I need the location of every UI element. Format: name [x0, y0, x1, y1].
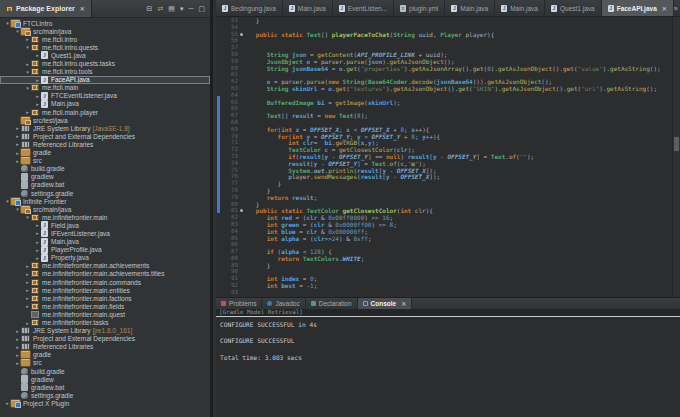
- tree-item-field-java[interactable]: ▸JField.java: [0, 221, 210, 229]
- tree-expander-closed-icon[interactable]: ▸: [14, 352, 21, 358]
- code-line[interactable]: 87 if (alpha < 128) {: [216, 248, 672, 255]
- code-line[interactable]: 73 if(result[y - OFFSET_Y] == null) resu…: [216, 153, 672, 160]
- tree-item-gradlew[interactable]: gradlew: [0, 375, 210, 383]
- tab-overflow-chevron-icon[interactable]: »: [674, 5, 678, 12]
- maximize-icon[interactable]: ▢: [198, 5, 205, 13]
- tree-item-me-infinitefrontier-main-achievements-titles[interactable]: ▸me.infinitefrontier.main.achievements.t…: [0, 270, 210, 278]
- tree-expander-closed-icon[interactable]: ▸: [34, 247, 41, 253]
- tree-expander-closed-icon[interactable]: ▸: [34, 222, 41, 228]
- tree-item-ifeventlistener-java[interactable]: ▸JIFEventListener.java: [0, 229, 210, 237]
- chevron-down-icon[interactable]: ▾: [180, 5, 184, 13]
- tree-item-src-main-java[interactable]: ▾src/main/java: [0, 205, 210, 213]
- tree-expander-closed-icon[interactable]: ▸: [24, 61, 31, 67]
- tree-expander-closed-icon[interactable]: ▸: [24, 320, 31, 326]
- tree-item-quest1-java[interactable]: ▸JQuest1.java: [0, 51, 210, 59]
- console-tab-console[interactable]: Console✕: [358, 298, 413, 309]
- tree-item-gradlew[interactable]: gradlew: [0, 173, 210, 181]
- tree-expander-closed-icon[interactable]: ▸: [14, 328, 21, 334]
- tree-item-me-infinitefrontier-main[interactable]: ▾me.infinitefrontier.main: [0, 213, 210, 221]
- editor-tab-main-java[interactable]: JMain.java: [445, 0, 495, 16]
- tree-expander-closed-icon[interactable]: ▸: [14, 158, 21, 164]
- tree-item-src-main-java[interactable]: ▾src/main/java: [0, 27, 210, 35]
- tree-item-jre-system-library[interactable]: ▸JRE System Library [jre1.8.0_161]: [0, 327, 210, 335]
- code-line[interactable]: 92 int best = -1;: [216, 282, 672, 289]
- tree-item-me-ftcli-intro-quests-tasks[interactable]: ▸me.ftcli.intro.quests.tasks: [0, 59, 210, 67]
- code-line[interactable]: 61: [216, 71, 672, 78]
- code-line[interactable]: 75 System.out.println(result[y - OFFSET_…: [216, 167, 672, 174]
- code-line[interactable]: 63 String skinUrl = o.get("textures").ge…: [216, 85, 672, 92]
- tree-expander-closed-icon[interactable]: ▸: [34, 255, 41, 261]
- tree-item-gradle[interactable]: ▸gradle: [0, 351, 210, 359]
- code-line[interactable]: 56: [216, 37, 672, 44]
- code-line[interactable]: 54: [216, 24, 672, 31]
- tree-expander-closed-icon[interactable]: ▸: [4, 400, 11, 406]
- console-output[interactable]: CONFIGURE SUCCESSFUL in 4sCONFIGURE SUCC…: [216, 317, 680, 362]
- editor-tab-plugin-yml[interactable]: ≡plugin.yml: [394, 0, 445, 16]
- tree-expander-open-icon[interactable]: ▾: [4, 20, 11, 26]
- tree-expander-closed-icon[interactable]: ▸: [24, 263, 31, 269]
- tree-expander-open-icon[interactable]: ▾: [24, 214, 31, 220]
- code-line[interactable]: 58 String json = getContent(API_PROFILE_…: [216, 51, 672, 58]
- tree-item-project-and-external-dependencies[interactable]: ▸Project and External Dependencies: [0, 335, 210, 343]
- tree-item-me-infinitefrontier-main-fields[interactable]: ▸me.infinitefrontier.main.fields: [0, 302, 210, 310]
- code-line[interactable]: 86: [216, 241, 672, 248]
- code-line[interactable]: 72 TextColor c = getClosestColor(clr);: [216, 146, 672, 153]
- tree-item-build-gradle[interactable]: build.gradle: [0, 165, 210, 173]
- code-line[interactable]: 82 int red = (clr & 0x00ff0000) >> 16;: [216, 214, 672, 221]
- code-line[interactable]: 55 public static Text[] playerFaceToChat…: [216, 31, 672, 38]
- tree-item-infinite-frontier[interactable]: ▾Infinite Frontier: [0, 197, 210, 205]
- tree-item-gradle[interactable]: ▸gradle: [0, 149, 210, 157]
- code-line[interactable]: 67 Text[] result = new Text[8];: [216, 112, 672, 119]
- tree-expander-closed-icon[interactable]: ▸: [34, 230, 41, 236]
- tree-expander-closed-icon[interactable]: ▸: [34, 52, 41, 58]
- tree-expander-closed-icon[interactable]: ▸: [34, 77, 41, 83]
- tree-item-me-ftcli-intro-tools[interactable]: ▾me.ftcli.intro.tools: [0, 68, 210, 76]
- editor-tab-main-java[interactable]: JMain.java: [495, 0, 545, 16]
- tree-item-gradlew-bat[interactable]: gradlew.bat: [0, 181, 210, 189]
- tree-expander-open-icon[interactable]: ▾: [14, 206, 21, 212]
- tree-expander-closed-icon[interactable]: ▸: [14, 150, 21, 156]
- code-editor[interactable]: 53 }5455 public static Text[] playerFace…: [216, 17, 680, 297]
- tree-expander-closed-icon[interactable]: ▸: [14, 360, 21, 366]
- tree-item-referenced-libraries[interactable]: ▸Referenced Libraries: [0, 343, 210, 351]
- code-line[interactable]: 59 JsonObject o = parser.parse(json).get…: [216, 58, 672, 65]
- tree-expander-closed-icon[interactable]: ▸: [34, 93, 41, 99]
- code-line[interactable]: 57: [216, 44, 672, 51]
- tree-item-settings-gradle[interactable]: settings.gradle: [0, 391, 210, 399]
- tree-item-src[interactable]: ▸src: [0, 157, 210, 165]
- code-line[interactable]: 91 int index = 0;: [216, 275, 672, 282]
- code-line[interactable]: 81 public static TextColor getClosestCol…: [216, 207, 672, 214]
- minimize-icon[interactable]: ─: [188, 5, 193, 13]
- console-tab-javadoc[interactable]: Javadoc: [262, 298, 305, 309]
- tree-expander-closed-icon[interactable]: ▸: [24, 295, 31, 301]
- code-line[interactable]: 78 }: [216, 187, 672, 194]
- view-menu-folder-icon[interactable]: ▤: [168, 5, 175, 13]
- console-tab-declaration[interactable]: Declaration: [306, 298, 358, 309]
- code-line[interactable]: 84 int blue = clr & 0x000000ff;: [216, 228, 672, 235]
- tree-item-me-ftcli-intro-quests[interactable]: ▾me.ftcli.intro.quests: [0, 43, 210, 51]
- code-line[interactable]: 62 o = parser.parse(new String(Base64Cod…: [216, 78, 672, 85]
- tree-item-referenced-libraries[interactable]: ▸Referenced Libraries: [0, 140, 210, 148]
- tree-item-ftclintro[interactable]: ▾FTCLIntro: [0, 19, 210, 27]
- code-line[interactable]: 69 for(int x = OFFSET_X; x < OFFSET_X + …: [216, 126, 672, 133]
- tree-expander-closed-icon[interactable]: ▸: [14, 125, 21, 131]
- tree-item-ftceventlistener-java[interactable]: ▸JFTCEventListener.java: [0, 92, 210, 100]
- tree-expander-closed-icon[interactable]: ▸: [24, 109, 31, 115]
- tree-item-me-infinitefrontier-main-achievements[interactable]: ▸me.infinitefrontier.main.achievements: [0, 262, 210, 270]
- code-line[interactable]: 88 return TextColors.WHITE;: [216, 255, 672, 262]
- code-line[interactable]: 77 }: [216, 180, 672, 187]
- tree-expander-closed-icon[interactable]: ▸: [14, 344, 21, 350]
- tree-item-me-ftcli-main[interactable]: ▾me.ftcli.main: [0, 84, 210, 92]
- collapse-all-icon[interactable]: ⊟: [147, 5, 153, 13]
- tree-expander-closed-icon[interactable]: ▸: [24, 287, 31, 293]
- tree-expander-open-icon[interactable]: ▾: [24, 44, 31, 50]
- editor-tab-quest1-java[interactable]: JQuest1.java: [545, 0, 602, 16]
- tree-item-main-java[interactable]: ▸JMain.java: [0, 238, 210, 246]
- tree-item-jre-system-library[interactable]: ▸JRE System Library [JavaSE-1.8]: [0, 124, 210, 132]
- tree-expander-open-icon[interactable]: ▾: [14, 28, 21, 34]
- tree-item-gradlew-bat[interactable]: gradlew.bat: [0, 383, 210, 391]
- code-line[interactable]: 80 }: [216, 201, 672, 208]
- code-line[interactable]: 68: [216, 119, 672, 126]
- tree-expander-closed-icon[interactable]: ▸: [24, 36, 31, 42]
- code-line[interactable]: 74 result[y - OFFSET_Y] = Text.of(c,"■")…: [216, 160, 672, 167]
